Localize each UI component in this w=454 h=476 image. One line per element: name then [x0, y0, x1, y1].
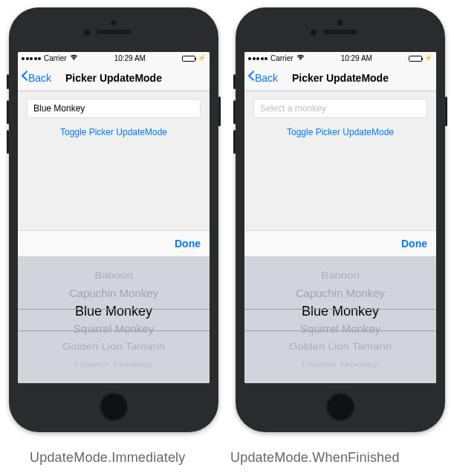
carrier-label: Carrier [270, 54, 294, 62]
picker-item[interactable]: Blue Monkey [244, 302, 436, 320]
status-bar: Carrier 10:29 AM ⚡ [18, 52, 210, 65]
chevron-left-icon [21, 72, 28, 84]
carrier-label: Carrier [44, 54, 67, 62]
battery-icon [409, 56, 422, 62]
picker-item[interactable]: Baboon [18, 268, 210, 283]
back-button[interactable]: Back [244, 72, 278, 84]
toggle-updatemode-button[interactable]: Toggle Picker UpdateMode [27, 118, 201, 146]
status-left: Carrier [22, 54, 78, 62]
picker-toolbar: Done [244, 230, 436, 257]
monkey-input-value: Blue Monkey [33, 103, 85, 114]
mute-switch-icon [233, 74, 236, 89]
done-button[interactable]: Done [401, 238, 427, 250]
picker-item[interactable]: Capuchin Monkey [18, 285, 210, 302]
done-button[interactable]: Done [175, 238, 201, 250]
wifi-icon [296, 54, 305, 62]
screen-right: Carrier 10:29 AM ⚡ Back Picker UpdateMod… [244, 52, 436, 383]
status-right: ⚡ [409, 55, 432, 62]
volume-down-icon [7, 130, 9, 154]
charging-icon: ⚡ [424, 55, 432, 62]
content-area: Select a monkey Toggle Picker UpdateMode [244, 91, 436, 146]
home-button-icon [97, 391, 130, 423]
monkey-input-placeholder: Select a monkey [260, 103, 326, 114]
picker-item[interactable]: Golden Lion Tamarin [18, 339, 210, 354]
status-time: 10:29 AM [114, 54, 146, 62]
volume-up-icon [233, 100, 236, 124]
picker-items-left: BaboonCapuchin MonkeyBlue MonkeySquirrel… [18, 267, 210, 374]
nav-bar: Back Picker UpdateMode [244, 65, 436, 91]
status-left: Carrier [248, 54, 305, 62]
wifi-icon [70, 54, 78, 62]
toggle-updatemode-button[interactable]: Toggle Picker UpdateMode [253, 118, 427, 146]
chevron-left-icon [247, 72, 255, 84]
nav-bar: Back Picker UpdateMode [18, 65, 210, 91]
front-camera-icon [338, 20, 343, 25]
charging-icon: ⚡ [198, 55, 206, 62]
picker-item[interactable]: Howler Monkey [244, 359, 436, 370]
phone-pair: Carrier 10:29 AM ⚡ Back Picker UpdateMod… [0, 0, 454, 432]
picker-wheel[interactable]: BaboonCapuchin MonkeyBlue MonkeySquirrel… [18, 257, 210, 383]
picker-item[interactable]: Blue Monkey [18, 302, 210, 320]
picker-item[interactable]: Squirrel Monkey [244, 321, 436, 338]
signal-icon [248, 57, 267, 60]
blank-area [18, 146, 210, 230]
status-time: 10:29 AM [341, 54, 372, 62]
status-bar: Carrier 10:29 AM ⚡ [244, 52, 436, 65]
screen-left: Carrier 10:29 AM ⚡ Back Picker UpdateMod… [18, 52, 210, 383]
speaker-icon [97, 30, 131, 34]
monkey-input[interactable]: Blue Monkey [27, 99, 201, 118]
sensor-icon [311, 30, 317, 36]
battery-icon [182, 56, 195, 62]
home-button-icon [324, 391, 357, 423]
back-button[interactable]: Back [18, 72, 51, 84]
phone-left: Carrier 10:29 AM ⚡ Back Picker UpdateMod… [9, 7, 218, 432]
picker-item[interactable]: Squirrel Monkey [18, 321, 210, 338]
back-label: Back [28, 72, 51, 84]
picker-items-right: BaboonCapuchin MonkeyBlue MonkeySquirrel… [244, 267, 436, 374]
caption-right: UpdateMode.WhenFinished [230, 450, 400, 466]
sensor-icon [84, 30, 90, 36]
back-label: Back [255, 72, 278, 84]
volume-down-icon [233, 130, 236, 154]
front-camera-icon [111, 20, 117, 25]
mute-switch-icon [7, 74, 9, 89]
power-button-icon [445, 97, 447, 126]
blank-area [244, 146, 436, 230]
power-button-icon [218, 97, 221, 126]
caption-left: UpdateMode.Immediately [30, 450, 186, 466]
monkey-input[interactable]: Select a monkey [253, 99, 427, 118]
volume-up-icon [7, 100, 9, 124]
content-area: Blue Monkey Toggle Picker UpdateMode [18, 91, 210, 146]
picker-item[interactable]: Baboon [244, 268, 436, 283]
phone-right: Carrier 10:29 AM ⚡ Back Picker UpdateMod… [236, 7, 445, 432]
signal-icon [22, 57, 41, 60]
picker-item[interactable]: Howler Monkey [18, 359, 210, 370]
picker-toolbar: Done [18, 230, 210, 257]
status-right: ⚡ [182, 55, 206, 62]
picker-item[interactable]: Golden Lion Tamarin [244, 339, 436, 354]
speaker-icon [323, 30, 357, 34]
picker-item[interactable]: Capuchin Monkey [244, 285, 436, 302]
picker-wheel[interactable]: BaboonCapuchin MonkeyBlue MonkeySquirrel… [244, 257, 436, 383]
